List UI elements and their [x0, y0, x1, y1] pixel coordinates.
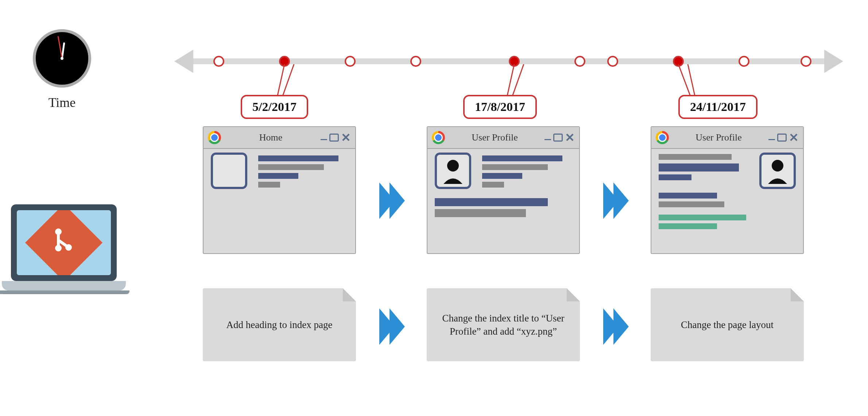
content-bar — [482, 182, 504, 188]
callout-tail-icon — [277, 64, 299, 97]
timeline-dot — [801, 56, 811, 67]
minute-hand — [58, 36, 63, 59]
content-bar — [482, 173, 522, 179]
svg-point-1 — [55, 245, 62, 251]
timeline-dot — [607, 56, 618, 67]
svg-point-0 — [55, 228, 62, 235]
svg-point-4 — [772, 160, 783, 172]
maximize-icon — [329, 134, 339, 142]
content-bar — [482, 155, 562, 161]
chrome-icon — [656, 131, 669, 144]
commit-note: Add heading to index page — [203, 288, 356, 361]
commit-note: Change the index title to “User Profile”… — [427, 288, 580, 361]
window-controls: ✕ — [321, 132, 351, 143]
content-bar — [659, 193, 717, 199]
browser-mockup-profile-v2: User Profile ✕ — [651, 126, 804, 254]
clock-icon — [33, 29, 91, 88]
date-callout: 24/11/2017 — [678, 95, 757, 119]
browser-mockup-profile: User Profile ✕ — [427, 126, 580, 254]
content-bar — [258, 182, 280, 188]
window-controls: ✕ — [545, 132, 575, 143]
avatar-thumbnail — [759, 153, 796, 189]
date-callout: 5/2/2017 — [241, 95, 308, 119]
timeline-dot — [345, 56, 356, 67]
close-icon: ✕ — [341, 132, 351, 143]
timeline-dot — [739, 56, 749, 67]
content-bar — [659, 201, 724, 207]
content-bar — [659, 154, 732, 160]
content-bar — [258, 164, 324, 170]
chrome-icon — [432, 131, 445, 144]
date-callout: 17/8/2017 — [463, 95, 537, 119]
clock-section: Time — [33, 29, 91, 110]
close-icon: ✕ — [789, 132, 799, 143]
callout-tail-icon — [507, 64, 529, 97]
svg-point-3 — [447, 160, 459, 172]
timeline-dot — [410, 56, 421, 67]
content-bar — [659, 163, 739, 172]
content-bar — [659, 174, 691, 180]
timeline-arrow-left-icon — [174, 50, 193, 73]
time-label: Time — [33, 95, 91, 110]
minimize-icon — [321, 139, 327, 140]
content-bar — [482, 164, 548, 170]
browser-title: User Profile — [675, 132, 763, 143]
timeline-arrow-right-icon — [824, 50, 843, 73]
content-bar — [435, 198, 548, 206]
content-bar — [435, 209, 526, 217]
maximize-icon — [553, 134, 563, 142]
browser-mockup-home: Home ✕ — [203, 126, 356, 254]
git-branch-icon — [47, 226, 80, 259]
minimize-icon — [768, 139, 775, 140]
content-bar — [258, 173, 298, 179]
avatar-thumbnail — [435, 153, 471, 189]
chrome-icon — [208, 131, 221, 144]
commit-note: Change the page layout — [651, 288, 804, 361]
timeline-dot — [213, 56, 224, 67]
timeline-dot — [574, 56, 585, 67]
content-bar — [659, 215, 746, 220]
browser-title: Home — [227, 132, 315, 143]
window-controls: ✕ — [768, 132, 799, 143]
browser-title: User Profile — [451, 132, 539, 143]
laptop-git-icon — [11, 204, 129, 294]
maximize-icon — [777, 134, 787, 142]
image-placeholder — [211, 153, 247, 189]
content-bar — [258, 155, 338, 161]
minimize-icon — [545, 139, 551, 140]
callout-tail-icon — [671, 64, 697, 97]
close-icon: ✕ — [565, 132, 575, 143]
person-icon — [437, 155, 469, 187]
person-icon — [762, 155, 794, 187]
content-bar — [659, 223, 717, 229]
svg-point-2 — [65, 244, 72, 251]
